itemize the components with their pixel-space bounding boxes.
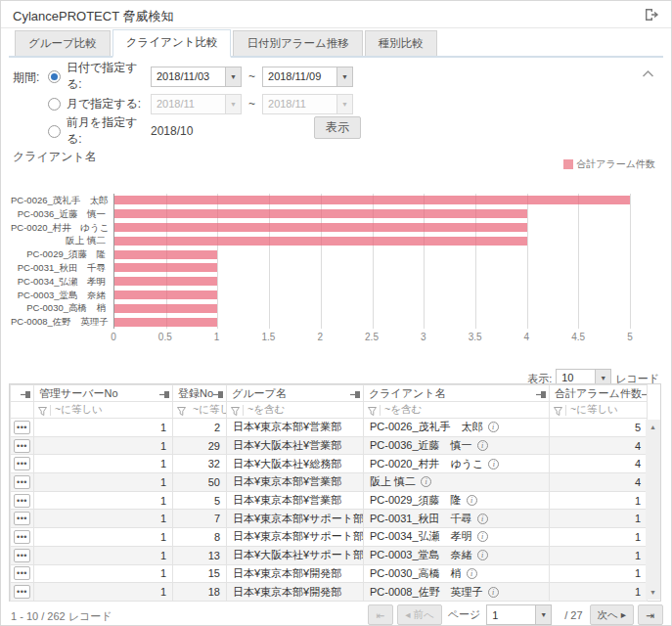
results-grid: 管理サーバーNo 登録No グループ名 クライアント名 合計アラーム件数 ~に等…	[9, 383, 661, 602]
chart-x-axis: 00.511.522.533.544.55	[113, 332, 630, 345]
y-axis-label: PC-0008_佐野 英理子	[11, 315, 113, 329]
filter-server-no[interactable]: ~に等しい	[34, 402, 173, 419]
radio-by-month[interactable]	[48, 98, 61, 111]
tab-client-comparison[interactable]: クライアント比較	[112, 29, 232, 58]
header-total-alarms[interactable]: 合計アラーム件数	[550, 385, 648, 402]
page-label: ページ	[448, 607, 481, 622]
chart-title: クライアント名	[13, 149, 97, 165]
scroll-up-icon[interactable]: ▲	[646, 420, 660, 434]
date-to-dropdown-icon[interactable]: ▼	[336, 67, 353, 87]
server-no-cell: 1	[34, 491, 173, 510]
vertical-scrollbar[interactable]: ▲ ▼	[646, 420, 660, 600]
header-server-no[interactable]: 管理サーバーNo	[34, 385, 173, 402]
info-icon[interactable]: i	[488, 422, 499, 432]
pin-icon[interactable]	[159, 389, 170, 398]
reg-no-cell: 29	[173, 436, 227, 455]
row-actions-button[interactable]: •••	[14, 566, 30, 580]
filter-group-name[interactable]: ~を含む	[227, 402, 364, 419]
count-cell: 1	[550, 564, 648, 583]
info-icon[interactable]: i	[477, 531, 488, 542]
month-from-combo: ▼	[151, 94, 242, 114]
collapse-panel-icon[interactable]	[642, 67, 655, 77]
row-actions-button[interactable]: •••	[14, 475, 30, 489]
client-name-cell: 阪上 慎二i	[364, 473, 550, 492]
x-axis-tick-label: 4.5	[571, 332, 585, 342]
tab-type-comparison[interactable]: 種別比較	[365, 30, 437, 56]
date-to-input[interactable]	[262, 67, 336, 87]
row-actions-button[interactable]: •••	[14, 457, 30, 470]
header-client-name[interactable]: クライアント名	[364, 385, 550, 402]
row-actions-button[interactable]: •••	[14, 549, 30, 562]
info-icon[interactable]: i	[477, 550, 488, 560]
logout-icon[interactable]	[645, 8, 659, 22]
record-range-label: 1 - 10 / 262 レコード	[11, 609, 112, 624]
x-axis-tick-label: 0.5	[158, 332, 172, 342]
row-actions-button[interactable]: •••	[14, 421, 30, 434]
tab-alarm-trend-by-date[interactable]: 日付別アラーム推移	[233, 30, 362, 56]
date-from-combo: ▼	[151, 67, 242, 87]
x-axis-tick-label: 3	[421, 332, 426, 342]
x-axis-tick-label: 4	[524, 332, 530, 342]
filter-total-alarms[interactable]: ~に等しい	[550, 402, 648, 419]
client-name: 阪上 慎二	[370, 474, 416, 489]
x-axis-tick-label: 5	[627, 332, 633, 342]
filter-icon[interactable]	[368, 406, 377, 415]
filter-icon[interactable]	[231, 406, 240, 415]
filter-icon[interactable]	[554, 406, 562, 415]
next-page-button[interactable]: 次へ ▸	[590, 604, 634, 625]
info-icon[interactable]: i	[467, 495, 477, 506]
header-reg-no[interactable]: 登録No	[173, 385, 227, 402]
show-button[interactable]: 表示	[314, 116, 361, 139]
row-actions-button[interactable]: •••	[14, 530, 30, 544]
group-cell: 日本¥東京本部¥営業部	[227, 419, 364, 437]
client-name: PC-0036_近藤 慎一	[370, 438, 472, 453]
client-name-cell: PC-0026_茂礼手 太郎i	[364, 419, 550, 437]
count-cell: 1	[550, 583, 648, 602]
pin-icon[interactable]	[21, 389, 31, 398]
table-row: •••115日本¥東京本部¥開発部PC-0030_高橋 梢i1	[11, 564, 648, 583]
radio-by-date-label[interactable]: 日付で指定する:	[67, 60, 151, 93]
header-group-name[interactable]: グループ名	[227, 385, 364, 402]
info-icon[interactable]: i	[477, 514, 488, 524]
info-icon[interactable]: i	[421, 476, 431, 487]
pin-icon[interactable]	[350, 389, 361, 398]
info-icon[interactable]: i	[488, 459, 499, 470]
pin-icon[interactable]	[536, 389, 547, 398]
y-axis-label: PC-0034_弘瀬 孝明	[11, 275, 113, 289]
scroll-down-icon[interactable]: ▼	[646, 585, 660, 600]
page-number-dropdown-icon[interactable]: ▼	[535, 604, 552, 625]
row-actions-button[interactable]: •••	[14, 494, 30, 508]
filter-reg-no[interactable]: ~に等しい	[173, 402, 227, 419]
client-name: PC-0031_秋田 千尋	[370, 512, 472, 526]
radio-by-date[interactable]	[48, 70, 61, 83]
filter-icon[interactable]	[38, 406, 47, 415]
period-panel: 期間: 日付で指定する: ▼ ~ ▼ 月で指定する: ▼ ~	[9, 62, 663, 146]
row-actions-button[interactable]: •••	[14, 585, 30, 599]
tab-group-comparison[interactable]: グループ比較	[15, 30, 111, 56]
page-number-input[interactable]	[486, 604, 535, 625]
date-from-dropdown-icon[interactable]: ▼	[225, 67, 242, 87]
count-cell: 4	[550, 473, 648, 492]
y-axis-label: PC-0020_村井 ゆうこ	[11, 221, 113, 235]
date-from-input[interactable]	[151, 67, 225, 87]
last-page-button[interactable]: ⇥	[638, 604, 663, 625]
row-actions-button[interactable]: •••	[14, 512, 30, 525]
info-icon[interactable]: i	[488, 587, 499, 598]
chart-legend: 合計アラーム件数	[563, 157, 655, 171]
radio-by-month-label[interactable]: 月で指定する:	[67, 96, 151, 112]
pin-icon[interactable]	[213, 389, 224, 398]
info-icon[interactable]: i	[467, 568, 477, 579]
row-actions-button[interactable]: •••	[14, 439, 30, 453]
filter-client-name[interactable]: ~を含む	[364, 402, 550, 419]
filter-icon[interactable]	[177, 406, 186, 415]
y-axis-label: PC-0036_近藤 慎一	[11, 207, 113, 221]
pin-icon[interactable]	[642, 389, 648, 398]
table-row: •••118日本¥東京本部¥開発部PC-0008_佐野 英理子i1	[11, 583, 648, 602]
table-row: •••150日本¥東京本部¥営業部阪上 慎二i4	[11, 473, 648, 492]
bar	[114, 250, 217, 259]
radio-prev-month-label[interactable]: 前月を指定する:	[67, 114, 151, 148]
group-cell: 日本¥東京本部¥サポート部	[227, 510, 364, 528]
radio-prev-month[interactable]	[48, 125, 61, 138]
group-cell: 日本¥大阪本社¥サポート部	[227, 546, 364, 564]
info-icon[interactable]: i	[477, 440, 488, 451]
